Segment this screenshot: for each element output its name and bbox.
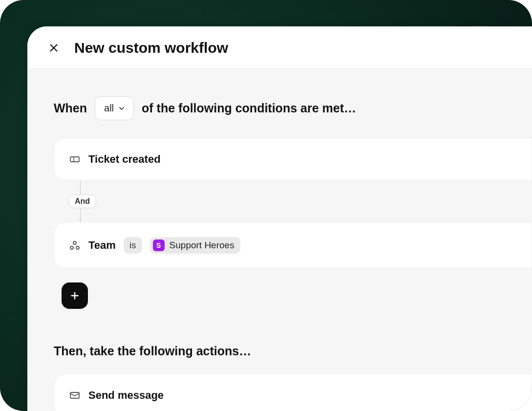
backdrop: New custom workflow When all of the foll… [0,0,532,411]
panel-body: When all of the following conditions are… [27,69,532,411]
action-card[interactable]: Send message [54,374,532,411]
team-badge: S [153,239,165,251]
svg-point-4 [70,246,73,249]
svg-point-5 [76,246,79,249]
arrow-down-icon [77,216,84,223]
svg-point-3 [73,241,76,244]
when-prefix: When [54,101,87,115]
value-label: Support Heroes [170,240,234,251]
match-mode-value: all [104,103,114,114]
actions-heading: Then, take the following actions… [54,344,532,358]
when-suffix: of the following conditions are met… [142,101,356,115]
mail-icon [69,389,81,401]
condition-card[interactable]: Ticket created [54,138,532,181]
match-mode-select[interactable]: all [95,96,134,120]
condition-connector: And [74,181,532,222]
ticket-icon [69,153,81,165]
panel-title: New custom workflow [74,40,228,56]
conditions-heading: When all of the following conditions are… [54,96,532,120]
chevron-down-icon [118,105,126,112]
operator-chip[interactable]: is [124,237,142,254]
workflow-panel: New custom workflow When all of the foll… [27,26,532,411]
condition-card[interactable]: Team is S Support Heroes [54,222,532,269]
close-button[interactable] [44,38,64,58]
team-icon [69,239,81,251]
condition-field: Team [88,239,116,252]
plus-icon [69,290,80,301]
add-condition-button[interactable] [62,282,88,309]
condition-label: Ticket created [88,153,161,166]
panel-header: New custom workflow [27,26,532,69]
close-icon [48,43,59,53]
action-label: Send message [88,389,164,402]
and-chip: And [68,195,96,208]
value-chip[interactable]: S Support Heroes [150,237,240,254]
